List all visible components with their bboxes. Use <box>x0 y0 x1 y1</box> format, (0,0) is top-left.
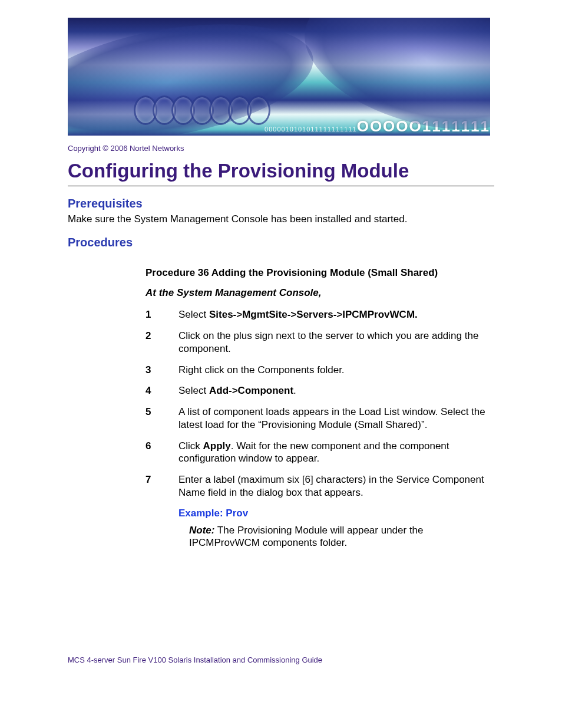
header-banner: 0000010101011111111111OOOOO1111111 <box>68 18 490 136</box>
step-3: Right click on the Components folder. <box>146 364 494 377</box>
step-list: Select Sites->MgmtSite->Servers->IPCMPro… <box>146 308 494 499</box>
procedures-heading: Procedures <box>68 236 494 249</box>
note-body: The Provisioning Module will appear unde… <box>189 525 424 549</box>
step-1: Select Sites->MgmtSite->Servers->IPCMPro… <box>146 308 494 321</box>
step-5: A list of component loads appears in the… <box>146 406 494 431</box>
note-block: Note: The Provisioning Module will appea… <box>189 524 494 550</box>
footer-line: MCS 4-server Sun Fire V100 Solaris Insta… <box>68 655 494 664</box>
step-6: Click Apply. Wait for the new component … <box>146 440 494 466</box>
procedure-block: Procedure 36 Adding the Provisioning Mod… <box>146 267 494 549</box>
page: 0000010101011111111111OOOOO1111111 Copyr… <box>0 0 562 688</box>
example-line: Example: Prov <box>178 508 494 519</box>
procedure-subheading: At the System Management Console, <box>146 287 494 299</box>
copyright-line: Copyright © 2006 Nortel Networks <box>68 144 494 153</box>
prerequisites-heading: Prerequisites <box>68 197 494 210</box>
step-2: Click on the plus sign next to the serve… <box>146 330 494 355</box>
step-7: Enter a label (maximum six [6] character… <box>146 473 494 499</box>
note-label: Note: <box>189 525 214 536</box>
banner-digits-graphic: 0000010101011111111111OOOOO1111111 <box>68 114 490 136</box>
step-4: Select Add->Component. <box>146 384 494 397</box>
procedure-title: Procedure 36 Adding the Provisioning Mod… <box>146 267 494 279</box>
prerequisites-body: Make sure the System Management Console … <box>68 213 494 225</box>
page-title: Configuring the Provisioning Module <box>68 160 494 186</box>
